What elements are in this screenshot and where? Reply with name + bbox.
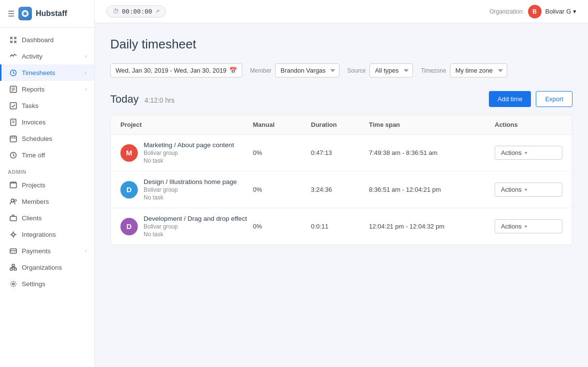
project-group-0: Bolivar group [144,150,234,156]
page-title: Daily timesheet [110,37,573,52]
project-name-0: Marketing / About page content [144,141,234,149]
sidebar-item-invoices[interactable]: Invoices [0,114,94,130]
sidebar-item-activity-label: Activity [22,53,43,60]
manual-0: 0% [253,149,311,156]
actions-chevron-icon-2: ▾ [525,224,527,229]
timezone-filter-group: Timezone My time zone [421,63,507,77]
svg-point-1 [23,12,27,15]
date-range-picker[interactable]: Wed, Jan 30, 2019 - Wed, Jan 30, 2019 📅 [110,63,242,77]
project-task-2: No task [144,231,247,238]
sidebar-item-reports[interactable]: Reports ‹ [0,81,94,97]
sidebar-item-projects[interactable]: Projects [0,177,94,193]
sidebar-item-time-off[interactable]: Time off [0,147,94,163]
svg-rect-32 [12,264,15,266]
page-content: Daily timesheet Wed, Jan 30, 2019 - Wed,… [95,23,588,367]
sidebar-item-invoices-label: Invoices [22,119,46,126]
member-filter-label: Member [250,67,271,74]
user-chevron-icon: ▾ [573,8,576,15]
add-time-button[interactable]: Add time [489,91,531,107]
timer-widget[interactable]: ⏱ 00:00:00 ↗ [106,5,166,17]
user-name-dropdown[interactable]: Bolivar G ▾ [545,8,576,15]
timesheets-icon [9,69,17,76]
sidebar-item-organizations[interactable]: Organizations [0,259,94,275]
timesheets-chevron-icon: ‹ [85,70,87,76]
avatar-1: D [120,181,138,199]
section-title: Today [110,93,139,106]
actions-button-0[interactable]: Actions ▾ [495,146,562,160]
date-range-text: Wed, Jan 30, 2019 - Wed, Jan 30, 2019 [116,67,226,74]
activity-icon [9,52,17,60]
timezone-filter-select[interactable]: My time zone [450,63,507,77]
clients-icon [9,214,17,222]
timespan-0: 7:49:38 am - 8:36:51 am [369,149,495,156]
timezone-filter-label: Timezone [421,67,446,74]
actions-chevron-icon-0: ▾ [525,150,527,155]
filters-row: Wed, Jan 30, 2019 - Wed, Jan 30, 2019 📅 … [110,63,573,77]
actions-button-1[interactable]: Actions ▾ [495,183,562,197]
sidebar-item-dashboard-label: Dashboard [22,36,54,44]
admin-section-label: ADMIN [0,163,94,177]
member-filter-group: Member Brandon Vargas [250,63,339,77]
col-header-manual: Manual [253,121,311,128]
user-avatar: B [528,5,542,18]
project-task-0: No task [144,157,234,164]
export-button[interactable]: Export [536,91,573,107]
sidebar-item-schedules[interactable]: Schedules [0,130,94,147]
project-cell-2: D Development / Drag and drop effect Bol… [120,215,253,238]
sidebar-item-members[interactable]: Members [0,193,94,210]
sidebar-item-tasks-label: Tasks [22,102,39,109]
topbar: ⏱ 00:00:00 ↗ Organization: B Bolivar G ▾ [95,0,588,23]
sidebar-item-timesheets-label: Timesheets [22,69,55,76]
sidebar-item-integrations-label: Integrations [22,231,56,238]
logo-icon [18,7,32,20]
duration-0: 0:47:13 [311,149,369,156]
sidebar-item-clients[interactable]: Clients [0,210,94,226]
project-task-1: No task [144,194,237,201]
sidebar-item-settings[interactable]: Settings [0,275,94,292]
projects-icon [9,181,17,189]
actions-chevron-icon-1: ▾ [525,187,527,192]
table-row: M Marketing / About page content Bolivar… [111,135,572,171]
app-name: Hubstaff [36,9,67,18]
sidebar-item-activity[interactable]: Activity ‹ [0,48,94,64]
project-group-2: Bolivar group [144,223,247,230]
timer-expand-icon: ↗ [155,8,160,15]
section-actions: Add time Export [489,91,573,107]
source-filter-group: Source All types [347,63,413,77]
actions-button-2[interactable]: Actions ▾ [495,219,562,233]
manual-1: 0% [253,186,311,193]
timespan-2: 12:04:21 pm - 12:04:32 pm [369,223,495,230]
time-off-icon [9,151,17,159]
today-section-header: Today 4:12:0 hrs Add time Export [110,91,573,107]
sidebar-navigation: Dashboard Activity ‹ Timesheets ‹ [0,28,94,367]
user-avatar-initials: B [532,8,537,15]
timer-icon: ⏱ [113,8,119,15]
hamburger-menu[interactable]: ☰ [8,9,15,18]
payments-icon [9,247,17,255]
avatar-0: M [120,144,138,162]
main-content: ⏱ 00:00:00 ↗ Organization: B Bolivar G ▾… [95,0,588,367]
table-row: D Design / Illustrations home page Boliv… [111,171,572,208]
svg-point-39 [12,283,14,285]
col-header-timespan: Time span [369,121,495,128]
topbar-right: Organization: B Bolivar G ▾ [489,5,576,18]
table-header: Project Manual Duration Time span Action… [111,115,572,135]
sidebar-item-tasks[interactable]: Tasks [0,97,94,114]
tasks-icon [9,102,17,109]
sidebar-item-integrations[interactable]: Integrations [0,226,94,243]
sidebar-item-projects-label: Projects [22,182,45,189]
duration-1: 3:24:36 [311,186,369,193]
sidebar: ☰ Hubstaff Dashboard Activity [0,0,95,367]
user-name-text: Bolivar G [545,8,571,15]
source-filter-select[interactable]: All types [369,63,413,77]
svg-rect-4 [10,41,13,43]
sidebar-item-members-label: Members [22,198,49,205]
member-filter-select[interactable]: Brandon Vargas [275,63,339,77]
svg-rect-33 [10,268,13,270]
integrations-icon [9,230,17,238]
sidebar-item-reports-label: Reports [22,86,44,93]
sidebar-item-payments[interactable]: Payments ‹ [0,243,94,259]
sidebar-item-dashboard[interactable]: Dashboard [0,31,94,48]
organizations-icon [9,263,17,271]
sidebar-item-timesheets[interactable]: Timesheets ‹ [0,64,94,81]
